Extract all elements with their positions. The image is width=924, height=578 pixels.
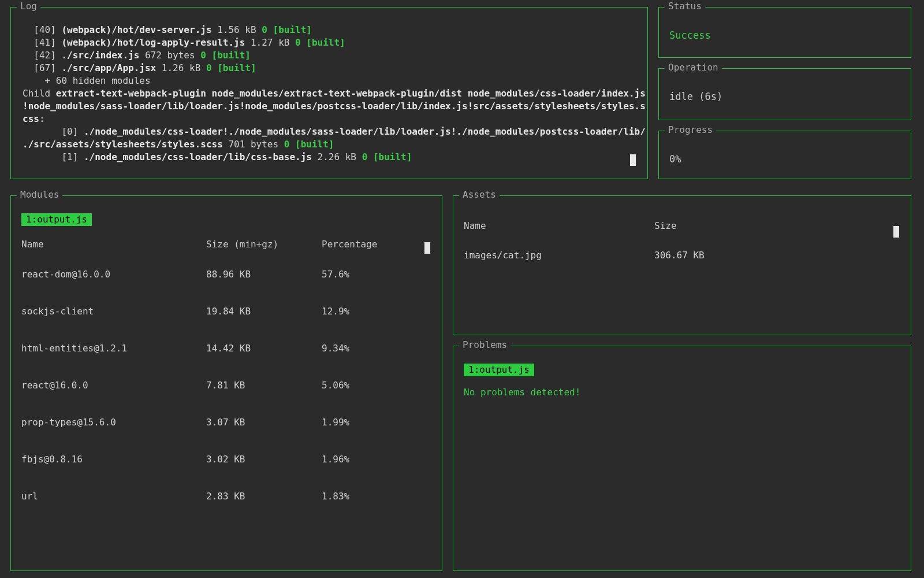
module-row[interactable]: react-dom@16.0.088.96 KB57.6%: [21, 255, 431, 292]
module-size: 2.83 KB: [206, 491, 322, 502]
module-size: 14.42 KB: [206, 343, 322, 354]
modules-title: Modules: [17, 189, 62, 201]
log-line: [0] ./node_modules/css-loader!./node_mod…: [23, 125, 637, 138]
status-panel: Status Success: [658, 7, 911, 58]
module-name: react-dom@16.0.0: [21, 269, 206, 280]
assets-header-row: Name Size: [464, 220, 900, 231]
assets-scrollbar-thumb[interactable]: [893, 226, 899, 238]
log-body[interactable]: [40] (webpack)/hot/dev-server.js 1.56 kB…: [23, 24, 637, 164]
log-line: css:: [23, 113, 637, 125]
module-size: 7.81 KB: [206, 380, 322, 391]
modules-header-size: Size (min+gz): [206, 239, 322, 250]
log-line: Child extract-text-webpack-plugin node_m…: [23, 87, 637, 100]
module-name: sockjs-client: [21, 306, 206, 317]
module-name: prop-types@15.6.0: [21, 417, 206, 428]
module-name: react@16.0.0: [21, 380, 206, 391]
log-line: [67] ./src/app/App.jsx 1.26 kB 0 [built]: [23, 62, 637, 75]
module-name: url: [21, 491, 206, 502]
progress-title: Progress: [665, 124, 716, 136]
assets-rows[interactable]: images/cat.jpg306.67 KB: [464, 246, 900, 264]
module-size: 19.84 KB: [206, 306, 322, 317]
progress-text: 0%: [669, 153, 900, 165]
module-pct: 1.96%: [322, 454, 414, 465]
module-pct: 1.99%: [322, 417, 414, 428]
problems-message: No problems detected!: [464, 387, 900, 398]
log-panel: Log [40] (webpack)/hot/dev-server.js 1.5…: [10, 7, 648, 179]
problems-tab[interactable]: 1:output.js: [464, 364, 534, 376]
module-row[interactable]: react@16.0.07.81 KB5.06%: [21, 366, 431, 403]
log-line: [40] (webpack)/hot/dev-server.js 1.56 kB…: [23, 24, 637, 36]
progress-panel: Progress 0%: [658, 131, 911, 179]
problems-panel: Problems 1:output.js No problems detecte…: [453, 346, 911, 571]
operation-panel: Operation idle (6s): [658, 68, 911, 120]
modules-rows[interactable]: react-dom@16.0.088.96 KB57.6%sockjs-clie…: [21, 255, 431, 514]
operation-title: Operation: [665, 62, 722, 73]
module-name: html-entities@1.2.1: [21, 343, 206, 354]
assets-panel: Assets Name Size images/cat.jpg306.67 KB: [453, 195, 911, 335]
problems-title: Problems: [459, 339, 511, 351]
operation-text: idle (6s): [669, 91, 900, 102]
module-size: 88.96 KB: [206, 269, 322, 280]
modules-tab[interactable]: 1:output.js: [21, 213, 92, 226]
module-pct: 5.06%: [322, 380, 414, 391]
module-row[interactable]: url2.83 KB1.83%: [21, 477, 431, 514]
log-cursor: [630, 154, 636, 166]
module-row[interactable]: html-entities@1.2.114.42 KB9.34%: [21, 329, 431, 366]
asset-name: images/cat.jpg: [464, 250, 654, 261]
module-row[interactable]: fbjs@0.8.163.02 KB1.96%: [21, 440, 431, 477]
log-line: + 60 hidden modules: [23, 75, 637, 87]
module-size: 3.02 KB: [206, 454, 322, 465]
log-line: [41] (webpack)/hot/log-apply-result.js 1…: [23, 36, 637, 49]
log-title: Log: [17, 1, 40, 12]
assets-header-name: Name: [464, 220, 654, 231]
module-row[interactable]: sockjs-client19.84 KB12.9%: [21, 292, 431, 329]
asset-row[interactable]: images/cat.jpg306.67 KB: [464, 246, 900, 264]
module-pct: 57.6%: [322, 269, 414, 280]
modules-header-name: Name: [21, 239, 206, 250]
module-row[interactable]: prop-types@15.6.03.07 KB1.99%: [21, 403, 431, 440]
modules-header-row: Name Size (min+gz) Percentage: [21, 239, 431, 250]
assets-title: Assets: [459, 189, 500, 201]
status-text: Success: [669, 29, 900, 41]
log-line: [42] ./src/index.js 672 bytes 0 [built]: [23, 49, 637, 62]
module-size: 3.07 KB: [206, 417, 322, 428]
log-line: [1] ./node_modules/css-loader/lib/css-ba…: [23, 151, 637, 164]
module-pct: 1.83%: [322, 491, 414, 502]
module-pct: 12.9%: [322, 306, 414, 317]
modules-header-pct: Percentage: [322, 239, 414, 250]
asset-size: 306.67 KB: [654, 250, 770, 261]
modules-scrollbar-thumb[interactable]: [424, 242, 430, 254]
module-name: fbjs@0.8.16: [21, 454, 206, 465]
assets-header-size: Size: [654, 220, 770, 231]
modules-panel: Modules 1:output.js Name Size (min+gz) P…: [10, 195, 442, 571]
module-pct: 9.34%: [322, 343, 414, 354]
log-line: ./src/assets/stylesheets/styles.scss 701…: [23, 138, 637, 151]
status-title: Status: [665, 1, 705, 12]
log-line: !node_modules/sass-loader/lib/loader.js!…: [23, 100, 637, 113]
